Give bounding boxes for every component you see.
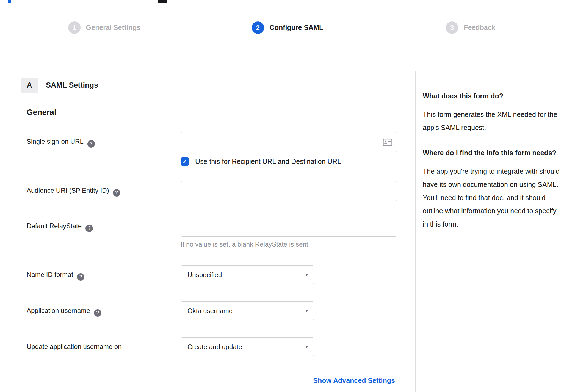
field-label-cell: Audience URI (SP Entity ID)? (27, 181, 181, 197)
field-label-cell: Application username? (27, 301, 181, 317)
field-label-cell: Update application username on (27, 337, 181, 350)
sso-url-input[interactable] (181, 132, 397, 152)
audience-uri-input-wrap (181, 181, 397, 201)
select-value: Create and update (187, 343, 242, 351)
help-icon[interactable]: ? (85, 225, 93, 232)
help-icon[interactable]: ? (77, 273, 84, 281)
field-row-name-id-format: Name ID format? Unspecified ▾ (27, 265, 397, 284)
help-heading: What does this form do? (423, 89, 562, 103)
field-control-cell (181, 181, 397, 201)
audience-uri-label: Audience URI (SP Entity ID) (27, 187, 109, 194)
field-label-cell: Name ID format? (27, 265, 181, 281)
chevron-down-icon: ▾ (305, 344, 308, 350)
wizard-stepper: 1 General Settings 2 Configure SAML 3 Fe… (13, 12, 562, 43)
field-control-cell: ✓ Use this for Recipient URL and Destina… (181, 132, 397, 166)
update-app-username-select[interactable]: Create and update ▾ (181, 337, 314, 356)
field-label-cell: Default RelayState? (27, 217, 181, 232)
recipient-url-checkbox-row: ✓ Use this for Recipient URL and Destina… (181, 157, 397, 166)
field-row-sso-url: Single sign-on URL? (27, 132, 397, 166)
step-feedback[interactable]: 3 Feedback (379, 12, 562, 43)
panel-title: SAML Settings (46, 81, 98, 90)
field-row-app-username: Application username? Okta username ▾ (27, 301, 397, 320)
contact-card-icon[interactable] (383, 139, 392, 146)
relay-state-label: Default RelayState (27, 222, 82, 230)
audience-uri-input[interactable] (181, 181, 397, 201)
chevron-down-icon: ▾ (305, 272, 308, 278)
sso-url-input-wrap (181, 132, 397, 152)
help-sidebar: What does this form do? This form genera… (423, 89, 562, 231)
step-label: Configure SAML (270, 24, 324, 32)
field-row-audience-uri: Audience URI (SP Entity ID)? (27, 181, 397, 201)
recipient-url-checkbox[interactable]: ✓ (181, 157, 189, 166)
saml-general-form: General Single sign-on URL? (21, 108, 397, 385)
help-body: This form generates the XML needed for t… (423, 108, 562, 134)
group-title-general: General (27, 108, 397, 117)
update-app-username-label: Update application username on (27, 343, 122, 350)
chevron-down-icon: ▾ (305, 308, 308, 314)
saml-settings-panel: A SAML Settings General Single sign-on U… (13, 70, 416, 392)
select-value: Unspecified (187, 271, 222, 279)
select-value: Okta username (187, 307, 233, 315)
help-body: The app you're trying to integrate with … (423, 165, 562, 231)
step-number-badge: 2 (252, 21, 264, 34)
cutoff-icon-fragment (158, 0, 167, 3)
relay-state-hint: If no value is set, a blank RelayState i… (181, 241, 397, 248)
section-a-badge: A (21, 78, 38, 93)
help-icon[interactable]: ? (113, 189, 120, 197)
name-id-format-label: Name ID format (27, 271, 73, 278)
field-control-cell: Okta username ▾ (181, 301, 397, 320)
relay-state-input-wrap (181, 217, 397, 237)
advanced-settings-row: Show Advanced Settings (27, 377, 397, 385)
help-section-what: What does this form do? This form genera… (423, 89, 562, 134)
field-control-cell: If no value is set, a blank RelayState i… (181, 217, 397, 248)
step-number-badge: 3 (446, 21, 458, 34)
app-username-label: Application username (27, 307, 90, 314)
relay-state-input[interactable] (181, 217, 397, 237)
app-username-select[interactable]: Okta username ▾ (181, 301, 314, 320)
help-icon[interactable]: ? (94, 309, 101, 317)
recipient-url-checkbox-label: Use this for Recipient URL and Destinati… (195, 158, 341, 165)
field-control-cell: Unspecified ▾ (181, 265, 397, 284)
step-label: Feedback (464, 24, 495, 32)
show-advanced-settings-link[interactable]: Show Advanced Settings (313, 377, 395, 384)
field-row-update-app-username: Update application username on Create an… (27, 337, 397, 356)
help-heading: Where do I find the info this form needs… (423, 146, 562, 160)
step-general-settings[interactable]: 1 General Settings (13, 12, 196, 43)
name-id-format-select[interactable]: Unspecified ▾ (181, 265, 314, 284)
step-configure-saml[interactable]: 2 Configure SAML (196, 12, 379, 43)
step-number-badge: 1 (68, 21, 81, 34)
field-row-relay-state: Default RelayState? If no value is set, … (27, 217, 397, 248)
field-label-cell: Single sign-on URL? (27, 132, 181, 148)
panel-header: A SAML Settings (21, 78, 397, 93)
sso-url-label: Single sign-on URL (27, 138, 84, 145)
step-label: General Settings (86, 24, 141, 32)
help-icon[interactable]: ? (87, 140, 95, 148)
cutoff-logo-fragment (8, 0, 11, 3)
field-control-cell: Create and update ▾ (181, 337, 397, 356)
help-section-where: Where do I find the info this form needs… (423, 146, 562, 231)
